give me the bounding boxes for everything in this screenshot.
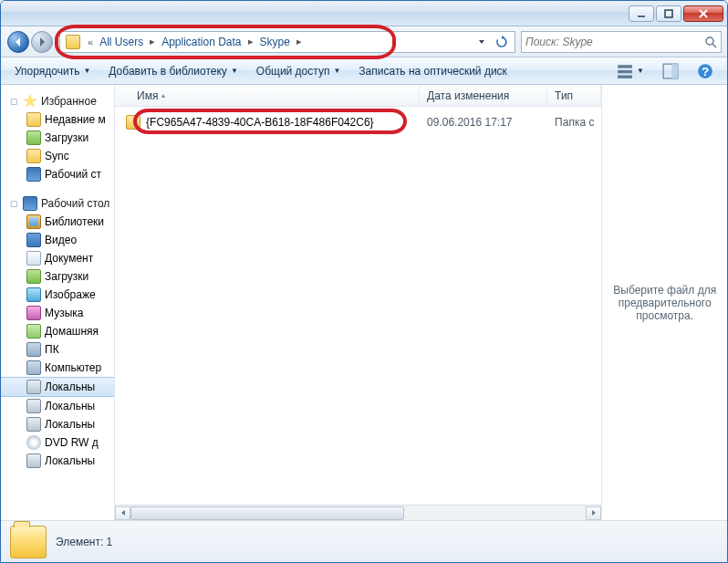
navigation-row: « All Users ▸ Application Data ▸ Skype ▸ (1, 26, 727, 57)
nav-item-label: Загрузки (45, 270, 88, 283)
svg-rect-10 (671, 64, 678, 78)
scroll-thumb[interactable] (130, 506, 404, 520)
nav-buttons (6, 30, 54, 54)
nav-item[interactable]: Локальны (1, 452, 114, 470)
help-icon: ? (697, 63, 713, 79)
breadcrumb-overflow[interactable]: « (84, 36, 97, 47)
scroll-right-button[interactable] (586, 506, 601, 520)
nav-group-desktop: ▢ Рабочий стол БиблиотекиВидеоДокументЗа… (1, 194, 114, 470)
share-button[interactable]: Общий доступ ▼ (248, 60, 349, 82)
breadcrumb-sep[interactable]: ▸ (293, 36, 306, 47)
nav-item[interactable]: Локальны (1, 377, 114, 397)
toolbar-label: Добавить в библиотеку (109, 65, 227, 78)
nav-item[interactable]: Библиотеки (1, 213, 114, 231)
nav-item[interactable]: Загрузки (1, 129, 114, 147)
toolbar-label: Общий доступ (256, 65, 330, 78)
breadcrumb-label: All Users (99, 36, 143, 48)
nav-item[interactable]: Изображе (1, 286, 114, 304)
search-icon (704, 36, 717, 48)
scroll-track[interactable] (130, 506, 586, 520)
close-button[interactable] (683, 5, 723, 22)
back-button[interactable] (7, 31, 29, 53)
nav-item[interactable]: Компьютер (1, 359, 114, 377)
breadcrumb-sep[interactable]: ▸ (146, 36, 159, 47)
nav-group-favorites: ▢ Избранное Недавние мЗагрузкиSyncРабочи… (1, 92, 114, 183)
preview-placeholder-text: Выберите файл для предварительного просм… (611, 284, 718, 322)
minimize-button[interactable] (629, 5, 654, 22)
svg-point-4 (706, 37, 713, 45)
titlebar (1, 1, 727, 26)
nav-item-label: ПК (45, 343, 59, 356)
column-header-date[interactable]: Дата изменения (420, 85, 547, 106)
preview-pane: Выберите файл для предварительного просм… (602, 85, 727, 520)
breadcrumb-label: Skype (260, 36, 290, 48)
nav-group-header[interactable]: ▢ Рабочий стол (1, 194, 114, 213)
doc-icon (26, 251, 41, 266)
forward-button[interactable] (31, 31, 53, 53)
collapse-icon: ▢ (10, 199, 19, 208)
toolbar-label: Упорядочить (15, 65, 79, 78)
nav-item[interactable]: Домашняя (1, 322, 114, 340)
lib-icon (26, 214, 41, 229)
nav-item[interactable]: Локальны (1, 415, 114, 433)
view-options-button[interactable]: ▼ (608, 58, 652, 84)
maximize-button[interactable] (656, 5, 681, 22)
nav-item[interactable]: Рабочий ст (1, 165, 114, 183)
nav-group-header[interactable]: ▢ Избранное (1, 92, 114, 110)
nav-item-label: Музыка (45, 307, 83, 319)
nav-item-label: Локальны (45, 400, 95, 412)
drive-icon (26, 454, 41, 468)
nav-item-label: DVD RW д (45, 436, 99, 449)
nav-item-label: Рабочий ст (45, 168, 101, 181)
add-to-library-button[interactable]: Добавить в библиотеку ▼ (100, 60, 245, 82)
dl-icon (26, 130, 41, 145)
file-row[interactable]: {FC965A47-4839-40CA-B618-18F486F042C6} 0… (115, 112, 601, 132)
breadcrumb-skype[interactable]: Skype (257, 34, 293, 50)
column-header-name[interactable]: Имя ▴ (119, 85, 420, 106)
search-input[interactable] (525, 36, 701, 48)
svg-rect-8 (618, 75, 632, 78)
organize-button[interactable]: Упорядочить ▼ (6, 60, 99, 82)
nav-item[interactable]: DVD RW д (1, 433, 114, 452)
nav-item-label: Локальны (45, 381, 95, 393)
nav-item[interactable]: ПК (1, 340, 114, 359)
nav-item[interactable]: Sync (1, 147, 114, 165)
drive-icon (26, 417, 41, 432)
folder-icon (26, 112, 41, 127)
nav-item[interactable]: Документ (1, 249, 114, 267)
chevron-down-icon: ▼ (231, 67, 238, 75)
column-header-type[interactable]: Тип (547, 85, 601, 106)
breadcrumb-application-data[interactable]: Application Data (159, 34, 244, 50)
svg-line-5 (712, 44, 716, 47)
desktop-icon (26, 167, 41, 182)
desktop-icon (23, 196, 37, 211)
preview-pane-button[interactable] (654, 58, 687, 84)
chevron-down-icon: ▼ (637, 67, 644, 75)
help-button[interactable]: ? (689, 58, 722, 84)
refresh-button[interactable] (493, 33, 511, 51)
scroll-left-button[interactable] (115, 506, 130, 520)
chevron-down-icon: ▼ (333, 67, 340, 75)
breadcrumb-sep[interactable]: ▸ (244, 36, 257, 47)
nav-item[interactable]: Загрузки (1, 267, 114, 286)
favorites-icon (23, 94, 37, 109)
nav-item-label: Видео (45, 234, 77, 246)
nav-item[interactable]: Видео (1, 231, 114, 249)
column-label: Дата изменения (427, 89, 509, 102)
dvd-icon (26, 435, 41, 450)
preview-pane-icon (662, 63, 679, 79)
nav-item[interactable]: Музыка (1, 304, 114, 322)
folder-icon (126, 115, 140, 130)
nav-item-label: Загрузки (45, 131, 88, 144)
breadcrumb-all-users[interactable]: All Users (97, 34, 146, 50)
file-type: Папка с (547, 116, 601, 129)
address-bar[interactable]: « All Users ▸ Application Data ▸ Skype ▸ (59, 31, 515, 53)
comp-icon (26, 360, 41, 375)
burn-button[interactable]: Записать на оптический диск (350, 60, 515, 82)
search-box[interactable] (521, 31, 722, 53)
address-dropdown-button[interactable] (473, 33, 491, 51)
nav-item[interactable]: Недавние м (1, 110, 114, 129)
nav-group-label: Избранное (41, 95, 97, 108)
nav-item[interactable]: Локальны (1, 397, 114, 415)
horizontal-scrollbar[interactable] (115, 505, 601, 520)
